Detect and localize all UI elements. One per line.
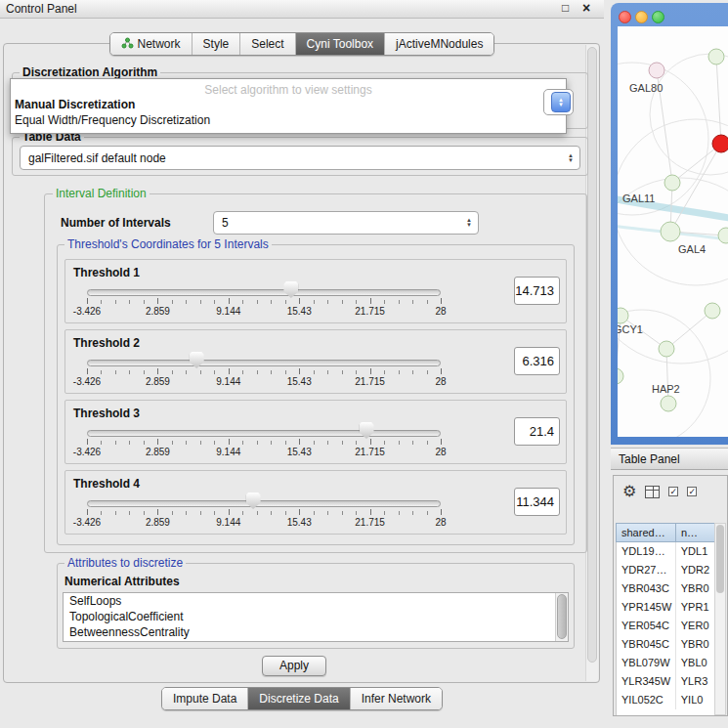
tab-network[interactable]: Network bbox=[110, 33, 192, 55]
tab-label: jActiveMNodules bbox=[396, 37, 483, 51]
network-node[interactable] bbox=[618, 308, 628, 323]
tab-impute-data[interactable]: Impute Data bbox=[162, 688, 247, 709]
network-node[interactable] bbox=[718, 228, 728, 243]
list-item[interactable]: BetweennessCentrality bbox=[64, 624, 568, 640]
slider-track[interactable] bbox=[87, 430, 441, 437]
threshold-label: Threshold 2 bbox=[73, 336, 140, 350]
network-node[interactable] bbox=[664, 175, 680, 191]
zoom-traffic-light-icon[interactable] bbox=[652, 11, 664, 23]
table-row[interactable]: YBR043CYBR0 bbox=[617, 579, 715, 598]
slider-track[interactable] bbox=[87, 289, 441, 296]
slider-track[interactable] bbox=[87, 360, 441, 366]
network-view-window: GAL80GAL11GAL4GCY1HAP2 bbox=[611, 3, 728, 445]
scale-label: -3.426 bbox=[73, 376, 101, 387]
table-scrollbar[interactable] bbox=[714, 523, 726, 715]
table-row[interactable]: YBR045CYBR0 bbox=[617, 635, 715, 654]
tab-label: Infer Network bbox=[362, 692, 431, 706]
control-panel-titlebar: Control Panel bbox=[0, 0, 604, 19]
column-header-name[interactable]: n… bbox=[676, 523, 716, 542]
tab-discretize-data[interactable]: Discretize Data bbox=[247, 688, 349, 709]
tab-infer-network[interactable]: Infer Network bbox=[350, 688, 442, 709]
threshold-label: Threshold 1 bbox=[73, 266, 140, 279]
scale-label: 9.144 bbox=[216, 306, 240, 317]
tab-cyni-toolbox[interactable]: Cyni Toolbox bbox=[295, 33, 384, 55]
checkbox-icon[interactable]: ✓ bbox=[687, 487, 697, 496]
table-cell: YER0 bbox=[676, 617, 715, 635]
scale-label: 21.715 bbox=[355, 517, 385, 528]
scale-label: 9.144 bbox=[216, 447, 240, 457]
number-of-intervals-value: 5 bbox=[222, 216, 229, 230]
table-cell: YLR345W bbox=[617, 672, 676, 691]
threshold-value-input[interactable]: 21.4 bbox=[514, 417, 560, 446]
combo-spinner-icon[interactable]: ▲ ▼ bbox=[466, 218, 472, 228]
network-node[interactable] bbox=[659, 341, 674, 357]
minimize-traffic-light-icon[interactable] bbox=[635, 11, 648, 23]
network-canvas[interactable]: GAL80GAL11GAL4GCY1HAP2 bbox=[618, 26, 728, 437]
list-item[interactable]: SelfLoops bbox=[64, 593, 568, 609]
table-cell: YBL079W bbox=[617, 654, 676, 672]
scale-label: 9.144 bbox=[216, 517, 240, 528]
table-cell: YBR043C bbox=[617, 579, 676, 598]
table-row[interactable]: YDL19…YDL1 bbox=[617, 542, 715, 561]
scrollbar-thumb[interactable] bbox=[557, 594, 567, 639]
popup-options: Manual DiscretizationEqual Width/Frequen… bbox=[11, 97, 566, 128]
tab-jactivemnodules[interactable]: jActiveMNodules bbox=[384, 33, 493, 55]
number-of-intervals-combobox[interactable]: 5 ▲ ▼ bbox=[213, 211, 479, 235]
table-panel: ⚙ ✓ ✓ shared… n… YDL19…YDL1YDR27…YDR2YBR… bbox=[613, 475, 728, 716]
close-traffic-light-icon[interactable] bbox=[619, 11, 631, 23]
algorithm-combobox-end[interactable]: ▲ ▼ bbox=[543, 89, 574, 115]
apply-button[interactable]: Apply bbox=[262, 656, 326, 676]
network-node[interactable] bbox=[712, 135, 728, 152]
slider-track[interactable] bbox=[87, 500, 441, 507]
table-row[interactable]: YDR27…YDR2 bbox=[617, 561, 715, 579]
list-scrollbar[interactable] bbox=[555, 593, 568, 641]
combo-spinner-icon[interactable]: ▲ ▼ bbox=[568, 153, 574, 163]
network-edge bbox=[716, 57, 721, 144]
network-node[interactable] bbox=[705, 303, 720, 319]
list-item[interactable]: TopologicalCoefficient bbox=[64, 609, 568, 624]
interval-definition-title: Interval Definition bbox=[53, 187, 150, 200]
threshold-value-input[interactable]: 11.344 bbox=[514, 488, 560, 516]
threshold-value-input[interactable]: 6.316 bbox=[514, 347, 560, 375]
table-row[interactable]: YIL052CYIL0 bbox=[617, 691, 715, 709]
scrollbar-thumb[interactable] bbox=[587, 47, 597, 663]
table-cell: YDL1 bbox=[676, 542, 715, 561]
column-header-shared[interactable]: shared… bbox=[616, 523, 676, 542]
tab-select[interactable]: Select bbox=[239, 33, 294, 55]
network-node[interactable] bbox=[649, 63, 664, 78]
numerical-attributes-list[interactable]: SelfLoopsTopologicalCoefficientBetweenne… bbox=[63, 592, 569, 642]
threshold-panel: Threshold 1 14.713 -3.4262.8599.14415.43… bbox=[64, 259, 567, 323]
network-node[interactable] bbox=[661, 222, 680, 241]
table-cell: YLR3 bbox=[676, 672, 715, 691]
scale-label: 15.43 bbox=[287, 517, 312, 528]
table-row[interactable]: YER054CYER0 bbox=[617, 617, 715, 635]
gear-icon[interactable]: ⚙ bbox=[622, 484, 636, 499]
slider-major-ticks bbox=[87, 368, 443, 374]
table-cell: YDR2 bbox=[676, 561, 715, 579]
table-row[interactable]: YLR345WYLR3 bbox=[617, 672, 715, 691]
algorithm-option[interactable]: Manual Discretization bbox=[11, 97, 566, 112]
slider-major-ticks bbox=[87, 439, 443, 445]
tab-style[interactable]: Style bbox=[192, 33, 240, 55]
table-row[interactable]: YBL079WYBL0 bbox=[617, 654, 715, 672]
network-icon bbox=[121, 37, 134, 52]
close-icon[interactable]: × bbox=[582, 0, 590, 16]
table-row[interactable]: YPR145WYPR1 bbox=[617, 598, 715, 617]
network-node[interactable] bbox=[708, 49, 724, 64]
scrollbar-thumb[interactable] bbox=[716, 525, 724, 593]
float-window-icon[interactable]: □ bbox=[562, 1, 569, 15]
table-data-combobox[interactable]: galFiltered.sif default node ▲ ▼ bbox=[20, 146, 580, 170]
algorithm-option[interactable]: Equal Width/Frequency Discretization bbox=[11, 112, 566, 128]
scale-label: 9.144 bbox=[216, 376, 240, 387]
threshold-value-input[interactable]: 14.713 bbox=[514, 277, 560, 305]
algorithm-dropdown-popup: Select algorithm to view settings Manual… bbox=[10, 78, 567, 134]
checkbox-icon[interactable]: ✓ bbox=[668, 487, 678, 496]
network-node[interactable] bbox=[661, 396, 676, 411]
scale-label: 21.715 bbox=[355, 447, 385, 457]
network-node[interactable] bbox=[618, 368, 623, 384]
scale-label: 15.43 bbox=[287, 376, 312, 387]
table-cell: YER054C bbox=[617, 617, 676, 635]
scale-label: -3.426 bbox=[73, 447, 101, 457]
combo-spinner-icon[interactable]: ▲ ▼ bbox=[551, 92, 571, 112]
table-columns-icon[interactable] bbox=[645, 486, 660, 498]
